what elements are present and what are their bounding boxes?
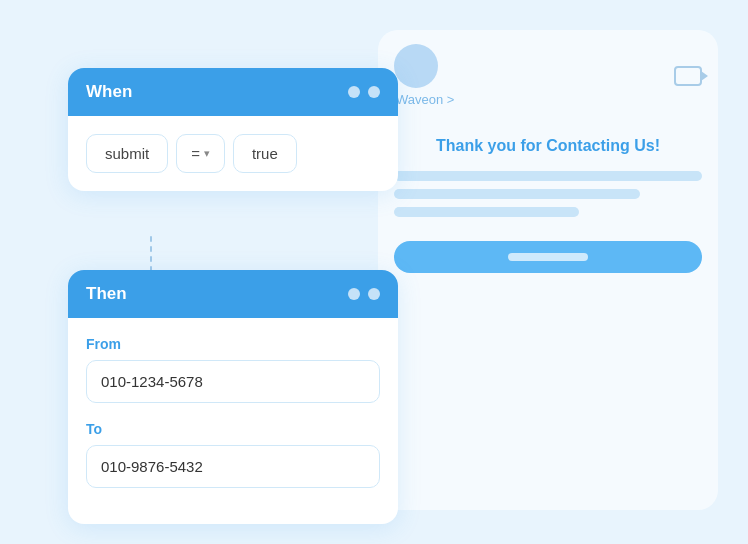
from-field-group: From <box>86 336 380 417</box>
then-card-header: Then <box>68 270 398 318</box>
when-card-body: submit = ▾ true <box>68 116 398 191</box>
to-input[interactable] <box>86 445 380 488</box>
dot <box>368 288 380 300</box>
content-line <box>394 171 702 181</box>
preview-header: Waveon > <box>378 30 718 121</box>
connector <box>150 236 152 272</box>
from-label: From <box>86 336 380 352</box>
content-lines <box>378 171 718 217</box>
dash <box>150 246 152 252</box>
operator-value: = <box>191 145 200 162</box>
preview-panel: Waveon > Thank you for Contacting Us! <box>378 30 718 510</box>
dash <box>150 236 152 242</box>
content-line <box>394 207 579 217</box>
condition-field[interactable]: submit <box>86 134 168 173</box>
dot <box>348 86 360 98</box>
chevron-down-icon: ▾ <box>204 147 210 160</box>
condition-value[interactable]: true <box>233 134 297 173</box>
avatar <box>394 44 438 88</box>
then-header-dots <box>348 288 380 300</box>
when-card-header: When <box>68 68 398 116</box>
to-label: To <box>86 421 380 437</box>
when-header-dots <box>348 86 380 98</box>
waveon-label: Waveon > <box>396 92 454 107</box>
dash <box>150 256 152 262</box>
to-field-group: To <box>86 421 380 502</box>
condition-row: submit = ▾ true <box>86 134 380 173</box>
then-card: Then From To <box>68 270 398 524</box>
when-card-title: When <box>86 82 132 102</box>
then-card-body: From To <box>68 318 398 524</box>
then-card-title: Then <box>86 284 127 304</box>
dot <box>368 86 380 98</box>
from-input[interactable] <box>86 360 380 403</box>
condition-operator[interactable]: = ▾ <box>176 134 225 173</box>
when-card: When submit = ▾ true <box>68 68 398 191</box>
content-line <box>394 189 640 199</box>
dot <box>348 288 360 300</box>
send-btn-line <box>508 253 588 261</box>
video-icon <box>674 66 702 86</box>
thank-you-text: Thank you for Contacting Us! <box>378 121 718 171</box>
send-button-preview <box>394 241 702 273</box>
